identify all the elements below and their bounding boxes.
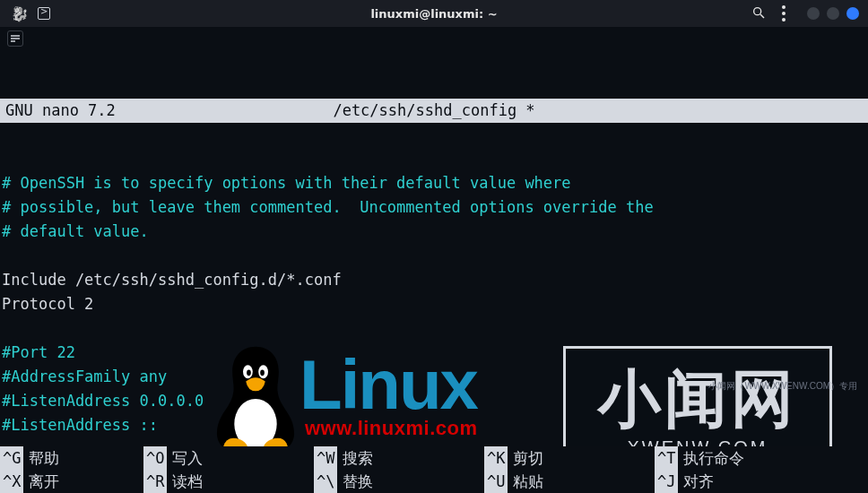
file-line (2, 244, 866, 268)
help-key: ^O (143, 446, 167, 470)
tiny-watermark: 小闻网（WWW.XWENW.COM）专用 (708, 374, 857, 398)
nano-status-line: GNU nano 7.2 /etc/ssh/sshd_config * (0, 99, 868, 123)
file-line: # possible, but leave them commented. Un… (2, 195, 866, 220)
help-label: 对齐 (683, 470, 714, 493)
help-shortcut: ^J对齐 (655, 470, 825, 493)
close-button[interactable] (846, 7, 859, 20)
editor-area[interactable]: GNU nano 7.2 /etc/ssh/sshd_config * # Op… (0, 50, 868, 446)
file-line: #Port 22 (2, 341, 866, 365)
svg-point-0 (754, 7, 761, 14)
nano-app-name: GNU nano 7.2 (5, 99, 116, 123)
search-icon[interactable] (751, 5, 766, 22)
file-line: # OpenSSH is to specify options with the… (2, 171, 866, 195)
help-label: 帮助 (29, 446, 59, 470)
window-controls (807, 7, 859, 20)
file-content[interactable]: # OpenSSH is to specify options with the… (0, 171, 868, 446)
window-title: linuxmi@linuxmi: ~ (370, 7, 497, 21)
nano-help: ^G帮助^O写入^W搜索^K剪切^T执行命令 ^X离开^R读档^\替换^U粘贴^… (0, 446, 868, 493)
help-key: ^X (0, 470, 23, 493)
help-shortcut: ^T执行命令 (655, 446, 825, 470)
nano-filename: /etc/ssh/sshd_config * (333, 99, 534, 123)
help-key: ^W (314, 446, 337, 470)
help-shortcut: ^K剪切 (484, 446, 655, 470)
help-key: ^T (655, 446, 678, 470)
help-label: 搜索 (343, 446, 373, 470)
help-key: ^R (143, 470, 167, 493)
help-row-1: ^G帮助^O写入^W搜索^K剪切^T执行命令 (0, 446, 868, 470)
new-tab-button[interactable] (7, 30, 23, 47)
help-shortcut: ^G帮助 (0, 446, 143, 470)
file-line: Protocol 2 (2, 292, 866, 316)
help-key: ^K (484, 446, 508, 470)
file-line: # default value. (2, 220, 866, 244)
help-label: 粘贴 (513, 470, 543, 493)
terminal-window: 🐉 linuxmi@linuxmi: ~ GNU nano 7.2 /etc/s… (0, 0, 868, 493)
os-top-bar: 🐉 linuxmi@linuxmi: ~ (0, 0, 868, 27)
file-line (2, 316, 866, 341)
file-line: #ListenAddress :: (2, 413, 866, 437)
help-label: 替换 (343, 470, 373, 493)
help-label: 剪切 (513, 446, 543, 470)
svg-line-1 (760, 14, 764, 18)
file-line (2, 437, 866, 446)
help-row-2: ^X离开^R读档^\替换^U粘贴^J对齐 (0, 470, 868, 493)
file-line: Include /etc/ssh/sshd_config.d/*.conf (2, 268, 866, 292)
maximize-button[interactable] (827, 7, 839, 20)
help-label: 离开 (29, 470, 59, 493)
help-shortcut: ^O写入 (143, 446, 314, 470)
help-key: ^J (655, 470, 678, 493)
distro-logo-icon: 🐉 (11, 5, 29, 22)
tab-bar (0, 27, 868, 50)
help-shortcut: ^X离开 (0, 470, 143, 493)
help-shortcut: ^\替换 (314, 470, 484, 493)
minimize-button[interactable] (807, 7, 820, 20)
help-key: ^G (0, 446, 23, 470)
help-key: ^U (484, 470, 508, 493)
help-shortcut: ^R读档 (143, 470, 314, 493)
help-label: 读档 (172, 470, 203, 493)
terminal-app-icon[interactable] (38, 7, 50, 20)
menu-kebab-icon[interactable] (782, 5, 786, 22)
help-label: 写入 (172, 446, 203, 470)
help-shortcut: ^U粘贴 (484, 470, 655, 493)
help-shortcut: ^W搜索 (314, 446, 484, 470)
help-key: ^\ (314, 470, 337, 493)
help-label: 执行命令 (683, 446, 744, 470)
